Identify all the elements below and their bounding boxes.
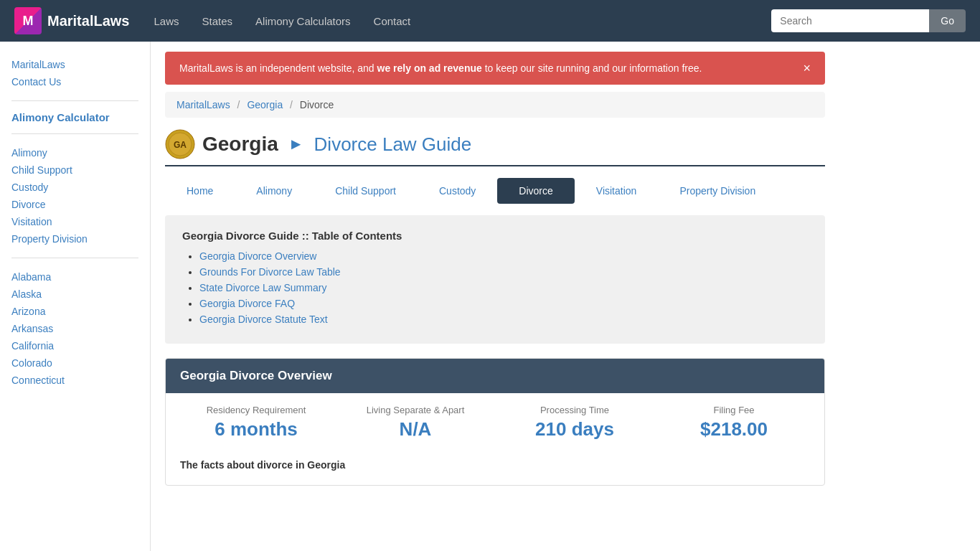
stat-residency-value: 6 months xyxy=(180,418,332,441)
search-form: Go xyxy=(771,9,966,32)
sidebar-item-divorce[interactable]: Divorce xyxy=(11,196,138,213)
breadcrumb-georgia[interactable]: Georgia xyxy=(247,99,283,110)
alert-text: MaritalLaws is an independent website, a… xyxy=(179,62,702,74)
stat-living-apart: Living Separate & Apart N/A xyxy=(339,405,491,441)
stat-processing-label: Processing Time xyxy=(499,405,651,415)
sidebar-item-visitation[interactable]: Visitation xyxy=(11,213,138,230)
tab-custody[interactable]: Custody xyxy=(418,178,497,204)
stat-living-label: Living Separate & Apart xyxy=(339,405,491,415)
brand-name: MaritalLaws xyxy=(47,13,129,29)
page-container: MaritalLaws Contact Us Alimony Calculato… xyxy=(0,42,980,551)
stat-living-value: N/A xyxy=(339,418,491,441)
sidebar-item-child-support[interactable]: Child Support xyxy=(11,161,138,179)
overview-stats: Residency Requirement 6 months Living Se… xyxy=(166,393,824,452)
state-seal-icon: GA xyxy=(165,129,195,159)
sidebar-state-arkansas[interactable]: Arkansas xyxy=(11,320,138,337)
overview-box: Georgia Divorce Overview Residency Requi… xyxy=(165,358,825,486)
nav-item-alimony: Alimony Calculators xyxy=(245,9,361,33)
sidebar-state-colorado[interactable]: Colorado xyxy=(11,354,138,372)
nav-item-contact: Contact xyxy=(364,9,421,33)
tab-divorce[interactable]: Divorce xyxy=(497,178,574,204)
breadcrumb-sep-2: / xyxy=(290,99,293,110)
sidebar-divider-1 xyxy=(11,100,138,101)
nav-item-laws: Laws xyxy=(143,9,189,33)
search-input[interactable] xyxy=(771,9,929,32)
main-content: MaritalLaws is an independent website, a… xyxy=(151,42,839,551)
brand-logo[interactable]: M MaritalLaws xyxy=(14,7,129,34)
toc-item-1: Georgia Divorce Overview xyxy=(199,250,808,262)
sidebar-item-alimony[interactable]: Alimony xyxy=(11,144,138,161)
tab-visitation[interactable]: Visitation xyxy=(575,178,659,204)
sidebar-state-links: Alabama Alaska Arizona Arkansas Californ… xyxy=(11,268,138,389)
title-arrow-icon: ► xyxy=(288,135,304,154)
sidebar-divider-2 xyxy=(11,133,138,134)
title-underline xyxy=(165,165,825,166)
toc-link-grounds[interactable]: Grounds For Divorce Law Table xyxy=(199,266,341,278)
page-subtitle: Divorce Law Guide xyxy=(314,133,472,156)
tab-alimony[interactable]: Alimony xyxy=(235,178,314,204)
sidebar-state-california[interactable]: California xyxy=(11,337,138,354)
sidebar-link-marital-laws[interactable]: MaritalLaws xyxy=(11,56,138,73)
stat-residency-label: Residency Requirement xyxy=(180,405,332,415)
nav-link-contact[interactable]: Contact xyxy=(364,9,421,33)
stat-processing-value: 210 days xyxy=(499,418,651,441)
sidebar: MaritalLaws Contact Us Alimony Calculato… xyxy=(0,42,151,551)
sidebar-link-contact-us[interactable]: Contact Us xyxy=(11,73,138,90)
toc-link-faq[interactable]: Georgia Divorce FAQ xyxy=(199,298,295,309)
sidebar-state-connecticut[interactable]: Connecticut xyxy=(11,372,138,389)
toc-link-statute[interactable]: Georgia Divorce Statute Text xyxy=(199,314,328,325)
alert-close-button[interactable]: × xyxy=(803,62,811,75)
overview-facts-heading: The facts about divorce in Georgia xyxy=(166,452,824,485)
sidebar-state-alabama[interactable]: Alabama xyxy=(11,268,138,286)
tab-home[interactable]: Home xyxy=(165,178,235,204)
sidebar-divider-3 xyxy=(11,258,138,258)
overview-header: Georgia Divorce Overview xyxy=(166,359,824,393)
tab-child-support[interactable]: Child Support xyxy=(314,178,418,204)
stat-processing: Processing Time 210 days xyxy=(499,405,651,441)
nav-links: Laws States Alimony Calculators Contact xyxy=(143,9,420,33)
toc-item-3: State Divorce Law Summary xyxy=(199,282,808,293)
sidebar-state-alaska[interactable]: Alaska xyxy=(11,286,138,303)
toc-list: Georgia Divorce Overview Grounds For Div… xyxy=(182,250,808,325)
tab-property-division[interactable]: Property Division xyxy=(658,178,777,204)
alert-bold: we rely on ad revenue xyxy=(377,62,482,74)
stat-filing-fee: Filing Fee $218.00 xyxy=(658,405,810,441)
nav-link-states[interactable]: States xyxy=(192,9,243,33)
state-name: Georgia xyxy=(202,133,278,156)
svg-text:GA: GA xyxy=(174,140,187,150)
sidebar-item-property-division[interactable]: Property Division xyxy=(11,230,138,248)
nav-link-alimony[interactable]: Alimony Calculators xyxy=(245,9,361,33)
logo-icon: M xyxy=(14,7,42,34)
alert-banner: MaritalLaws is an independent website, a… xyxy=(165,52,825,85)
sidebar-state-arizona[interactable]: Arizona xyxy=(11,303,138,320)
breadcrumb-sep-1: / xyxy=(237,99,240,110)
toc-link-summary[interactable]: State Divorce Law Summary xyxy=(199,282,326,293)
sidebar-nav-links: Alimony Child Support Custody Divorce Vi… xyxy=(11,144,138,248)
toc-title: Georgia Divorce Guide :: Table of Conten… xyxy=(182,230,808,242)
stat-filing-value: $218.00 xyxy=(658,418,810,441)
breadcrumb-marital-laws[interactable]: MaritalLaws xyxy=(176,99,230,110)
page-title-row: GA Georgia ► Divorce Law Guide xyxy=(165,129,825,159)
nav-item-states: States xyxy=(192,9,243,33)
sidebar-item-custody[interactable]: Custody xyxy=(11,179,138,196)
stat-residency: Residency Requirement 6 months xyxy=(180,405,332,441)
search-button[interactable]: Go xyxy=(929,9,966,32)
sidebar-alimony-calc[interactable]: Alimony Calculator xyxy=(11,111,138,123)
breadcrumb-current: Divorce xyxy=(300,99,334,110)
toc-link-overview[interactable]: Georgia Divorce Overview xyxy=(199,250,316,262)
toc-item-5: Georgia Divorce Statute Text xyxy=(199,314,808,325)
nav-link-laws[interactable]: Laws xyxy=(143,9,189,33)
breadcrumb: MaritalLaws / Georgia / Divorce xyxy=(165,92,825,118)
toc-item-4: Georgia Divorce FAQ xyxy=(199,298,808,309)
toc-box: Georgia Divorce Guide :: Table of Conten… xyxy=(165,215,825,344)
toc-item-2: Grounds For Divorce Law Table xyxy=(199,266,808,278)
navbar: M MaritalLaws Laws States Alimony Calcul… xyxy=(0,0,980,42)
stat-filing-label: Filing Fee xyxy=(658,405,810,415)
tabs-row: Home Alimony Child Support Custody Divor… xyxy=(165,178,825,204)
